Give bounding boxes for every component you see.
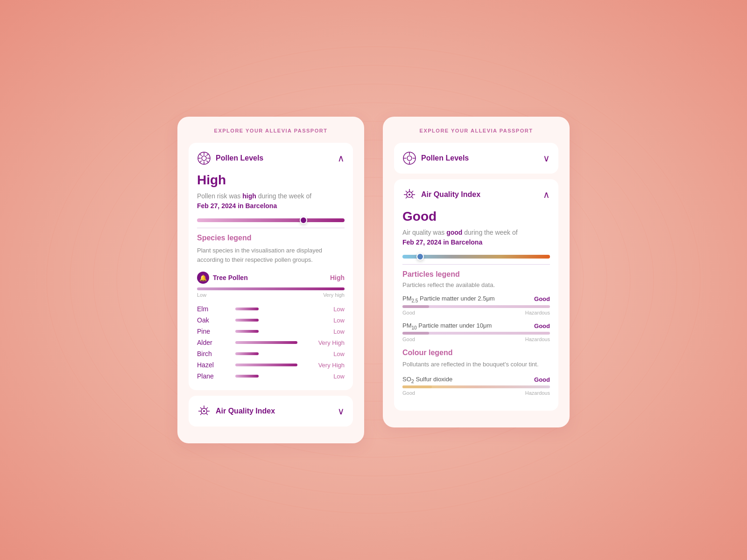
svg-point-11	[203, 410, 205, 412]
svg-point-13	[407, 156, 412, 161]
colour-legend-desc: Pollutants are reflected in the bouquet'…	[402, 360, 550, 369]
pollen-icon	[197, 151, 211, 165]
species-name: Plane	[197, 372, 230, 380]
right-panel: EXPLORE YOUR ALLEVIA PASSPORT Pollen Lev…	[383, 117, 570, 427]
aqi-level-title: Good	[402, 209, 550, 224]
pm10-bar-fill	[402, 332, 429, 335]
left-aqi-section: Air Quality Index ∨	[189, 396, 353, 427]
left-pollen-section: Pollen Levels ∧ High Pollen risk was hig…	[189, 143, 353, 390]
list-item: Birch Low	[197, 348, 345, 359]
right-aqi-title: Air Quality Index	[421, 190, 480, 199]
species-bar-wrap	[235, 308, 313, 310]
species-level: Low	[319, 328, 345, 335]
particles-legend-desc: Particles reflect the available data.	[402, 281, 550, 288]
colour-legend-title: Colour legend	[402, 349, 550, 357]
species-name: Hazel	[197, 361, 230, 369]
aqi-slider-divider	[402, 264, 550, 265]
tree-pollen-name: Tree Pollen	[213, 274, 248, 281]
species-bar	[235, 364, 297, 366]
so2-row-header: SO2 Sulfur dioxide Good	[402, 376, 550, 384]
so2-bar-fill	[402, 385, 432, 388]
svg-point-19	[409, 194, 410, 196]
list-item: Hazel Very High	[197, 359, 345, 371]
species-level: Very High	[318, 362, 345, 369]
pm10-status: Good	[534, 322, 550, 329]
so2-name: SO2 Sulfur dioxide	[402, 376, 452, 384]
right-aqi-section: Air Quality Index ∧ Good Air quality was…	[394, 179, 558, 411]
aqi-slider-track[interactable]	[402, 255, 550, 259]
pollen-slider-divider	[197, 228, 345, 228]
svg-point-1	[202, 156, 206, 161]
species-bar-wrap	[235, 364, 313, 366]
pm25-status: Good	[534, 295, 550, 302]
right-pollen-title: Pollen Levels	[421, 154, 469, 162]
species-list: Elm Low Oak Low Pine Low Alder Very High	[197, 303, 345, 382]
so2-bar-labels: Good Hazardous	[402, 390, 550, 396]
pollen-icon-right	[402, 151, 416, 165]
pm25-bar-labels: Good Hazardous	[402, 310, 550, 315]
list-item: Oak Low	[197, 315, 345, 326]
species-level: Low	[319, 306, 345, 313]
pollen-level-title: High	[197, 173, 345, 188]
aqi-icon-left	[197, 404, 211, 418]
species-level: Very High	[318, 339, 345, 346]
species-bar	[235, 341, 297, 344]
pm25-name: PM2.5 Particle matter under 2.5μm	[402, 295, 495, 303]
pm10-name: PM10 Particle matter under 10μm	[402, 322, 492, 330]
list-item: Elm Low	[197, 303, 345, 315]
species-level: Low	[319, 350, 345, 357]
species-name: Birch	[197, 350, 230, 357]
so2-bar	[402, 385, 550, 388]
pollen-level-desc: Pollen risk was high during the week of …	[197, 191, 345, 211]
list-item: Pine Low	[197, 326, 345, 337]
svg-line-7	[206, 161, 208, 162]
right-aqi-header[interactable]: Air Quality Index ∧	[402, 188, 550, 202]
right-pollen-header[interactable]: Pollen Levels ∨	[402, 151, 550, 165]
left-panel: EXPLORE YOUR ALLEVIA PASSPORT	[177, 117, 364, 443]
species-bar-wrap	[235, 341, 313, 344]
pm10-row-header: PM10 Particle matter under 10μm Good	[402, 322, 550, 330]
species-name: Oak	[197, 316, 230, 324]
species-name: Alder	[197, 339, 230, 346]
tree-pollen-row: 🔔 Tree Pollen High	[197, 272, 345, 284]
species-bar-wrap	[235, 319, 313, 322]
left-aqi-title: Air Quality Index	[216, 407, 275, 415]
tree-pollen-level: High	[330, 274, 345, 281]
pm10-bar-labels: Good Hazardous	[402, 336, 550, 342]
species-bar	[235, 308, 259, 310]
left-pollen-header[interactable]: Pollen Levels ∧	[197, 151, 345, 165]
species-bar	[235, 319, 259, 322]
right-panel-header: EXPLORE YOUR ALLEVIA PASSPORT	[394, 128, 558, 133]
list-item: Alder Very High	[197, 337, 345, 348]
left-panel-header: EXPLORE YOUR ALLEVIA PASSPORT	[189, 128, 353, 133]
pm25-bar	[402, 305, 550, 308]
tree-pollen-bar	[197, 287, 345, 290]
right-pollen-section: Pollen Levels ∨	[394, 143, 558, 174]
left-pollen-title: Pollen Levels	[216, 154, 263, 162]
tree-pollen-bar-container	[197, 287, 345, 290]
species-bar	[235, 375, 259, 378]
species-legend-desc: Plant species in the visualisation are d…	[197, 246, 345, 264]
species-level: Low	[319, 317, 345, 324]
svg-line-9	[200, 161, 202, 162]
species-legend-title: Species legend	[197, 234, 345, 242]
species-level: Low	[319, 373, 345, 380]
left-aqi-header[interactable]: Air Quality Index ∨	[197, 404, 345, 418]
species-bar-wrap	[235, 375, 313, 378]
right-aqi-chevron[interactable]: ∧	[543, 189, 550, 200]
pm25-row-header: PM2.5 Particle matter under 2.5μm Good	[402, 295, 550, 303]
species-name: Pine	[197, 328, 230, 335]
pollen-slider-track[interactable]	[197, 218, 345, 222]
so2-status: Good	[534, 376, 550, 383]
aqi-slider-thumb[interactable]	[416, 253, 424, 260]
aqi-icon-right	[402, 188, 416, 202]
right-pollen-chevron[interactable]: ∨	[543, 153, 550, 164]
tree-pollen-icon: 🔔	[197, 272, 209, 284]
species-bar	[235, 352, 259, 355]
pm25-bar-fill	[402, 305, 429, 308]
pollen-slider-thumb[interactable]	[300, 217, 307, 224]
left-pollen-chevron[interactable]: ∧	[338, 153, 345, 164]
species-bar	[235, 330, 259, 333]
left-aqi-chevron[interactable]: ∨	[338, 406, 345, 417]
species-bar-wrap	[235, 330, 313, 333]
